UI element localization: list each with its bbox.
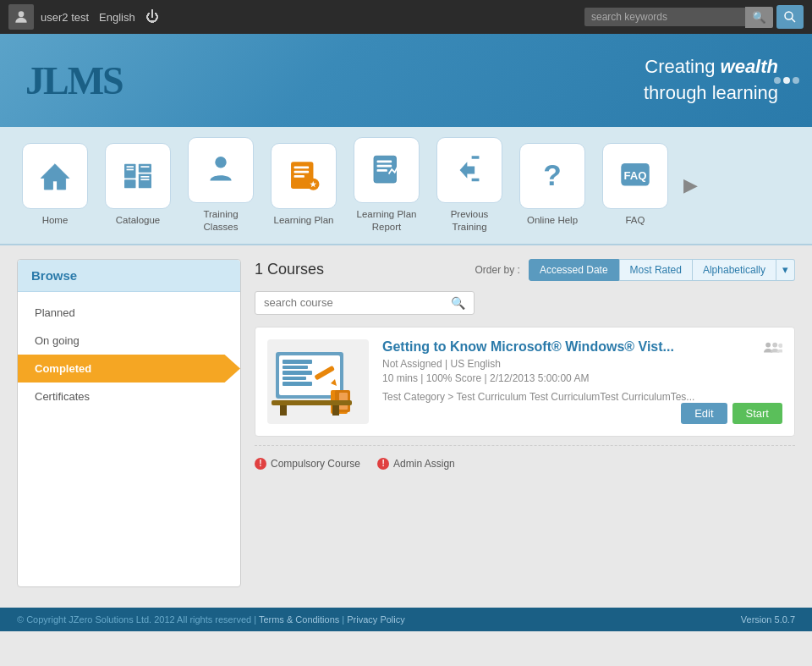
home-label: Home — [42, 214, 69, 227]
sidebar-title: Browse — [18, 260, 240, 292]
compulsory-dot: ! — [255, 458, 266, 470]
avatar — [8, 4, 34, 30]
home-icon — [37, 158, 73, 194]
copyright-text: © Copyright JZero Solutions Ltd. 2012 Al… — [17, 614, 251, 625]
sidebar-item-completed[interactable]: Completed — [18, 355, 240, 383]
previous-training-label: PreviousTraining — [451, 208, 489, 234]
legend-admin-assign[interactable]: ! Admin Assign — [377, 458, 455, 470]
power-icon[interactable]: ⏻ — [145, 9, 159, 25]
search-bar: 🔍 — [255, 291, 475, 315]
tagline-italic: wealth — [721, 56, 778, 77]
course-meta-details: 10 mins | 100% Score | 2/12/2013 5:00:00… — [382, 372, 782, 384]
sidebar-item-learning-plan[interactable]: ★ Learning Plan — [266, 143, 342, 227]
learning-plan-label: Learning Plan — [274, 214, 334, 227]
privacy-link[interactable]: Privacy Policy — [347, 614, 404, 625]
terms-link[interactable]: Terms & Conditions — [259, 614, 339, 625]
sidebar-item-learning-plan-report[interactable]: Learning PlanReport — [348, 137, 425, 234]
edit-button[interactable]: Edit — [681, 403, 727, 424]
legend-divider — [255, 445, 795, 446]
svg-rect-20 — [374, 156, 396, 183]
main-panel: 1 Courses Order by : Accessed Date Most … — [255, 259, 795, 587]
catalogue-label: Catalogue — [116, 214, 160, 227]
catalogue-icon — [120, 158, 156, 194]
topbar: user2 test English ⏻ 🔍 — [0, 0, 812, 34]
sidebar-item-catalogue[interactable]: Catalogue — [100, 143, 176, 227]
svg-rect-30 — [283, 366, 308, 369]
svg-rect-41 — [332, 405, 339, 416]
header-dots — [774, 77, 799, 84]
svg-rect-5 — [124, 180, 135, 189]
sidebar-item-faq[interactable]: FAQ FAQ — [597, 143, 673, 227]
course-card: Getting to Know Microsoft® Windows® Vist… — [255, 327, 795, 437]
compulsory-label: Compulsory Course — [271, 458, 360, 470]
previous-icon — [451, 151, 488, 189]
sidebar-item-certificates[interactable]: Certificates — [18, 383, 240, 410]
training-icon-box[interactable] — [188, 137, 254, 203]
search-input[interactable] — [584, 8, 745, 26]
faq-label: FAQ — [625, 214, 645, 227]
footer-copyright: © Copyright JZero Solutions Ltd. 2012 Al… — [17, 614, 405, 625]
previous-icon-box[interactable] — [436, 137, 502, 203]
help-icon: ? — [534, 157, 571, 195]
catalogue-icon-box[interactable] — [105, 143, 171, 209]
topbar-search: 🔍 — [584, 7, 773, 28]
admin-assign-dot: ! — [377, 458, 389, 470]
svg-point-13 — [215, 157, 226, 168]
content-area: Browse Planned On going Completed Certif… — [0, 245, 812, 601]
order-btn-most-rated[interactable]: Most Rated — [619, 259, 693, 281]
svg-rect-23 — [377, 169, 387, 172]
course-title: Getting to Know Microsoft® Windows® Vist… — [382, 339, 782, 355]
faq-icon: FAQ — [617, 157, 654, 195]
order-btn-accessed-date[interactable]: Accessed Date — [529, 259, 619, 281]
search-icon-btn[interactable] — [776, 5, 804, 29]
svg-rect-6 — [139, 164, 151, 173]
svg-rect-29 — [283, 360, 312, 364]
course-thumbnail — [267, 339, 369, 424]
sidebar-item-home[interactable]: Home — [17, 143, 93, 227]
svg-line-2 — [791, 19, 795, 23]
order-btn-alphabetically[interactable]: Alphabetically — [693, 259, 776, 281]
svg-rect-17 — [294, 176, 304, 179]
svg-point-42 — [765, 343, 771, 348]
topbar-username: user2 test — [41, 11, 89, 24]
help-icon-box[interactable]: ? — [519, 143, 585, 209]
courses-count: 1 Courses — [255, 261, 467, 278]
online-help-label: Online Help — [527, 214, 578, 227]
svg-rect-33 — [283, 382, 312, 386]
sidebar-item-online-help[interactable]: ? Online Help — [514, 143, 590, 227]
logo: JLMS — [25, 58, 123, 103]
svg-rect-40 — [280, 405, 287, 416]
search-course-input[interactable] — [264, 296, 451, 309]
report-icon-box[interactable] — [354, 137, 420, 203]
sidebar-item-ongoing[interactable]: On going — [18, 327, 240, 355]
learning-plan-icon-box[interactable]: ★ — [271, 143, 337, 209]
search-button[interactable]: 🔍 — [745, 7, 773, 28]
svg-rect-9 — [127, 169, 134, 171]
sidebar-item-previous-training[interactable]: PreviousTraining — [431, 137, 508, 234]
course-action-buttons: Edit Start — [681, 403, 782, 424]
svg-rect-15 — [294, 167, 310, 169]
faq-icon-box[interactable]: FAQ — [602, 143, 668, 209]
legend-compulsory[interactable]: ! Compulsory Course — [255, 458, 360, 470]
order-dropdown-chevron[interactable]: ▾ — [776, 259, 795, 281]
start-button[interactable]: Start — [732, 403, 782, 424]
sidebar-item-training-classes[interactable]: TrainingClasses — [183, 137, 259, 234]
sidebar-menu: Planned On going Completed Certificates — [18, 292, 240, 417]
home-icon-box[interactable] — [22, 143, 88, 209]
svg-point-44 — [778, 344, 782, 348]
header: JLMS Creating wealth through learning — [0, 34, 812, 127]
svg-point-0 — [19, 11, 25, 17]
course-people-icon — [764, 339, 782, 361]
nav-next-button[interactable]: ▶ — [683, 174, 698, 196]
svg-rect-39 — [272, 400, 352, 405]
svg-rect-22 — [377, 165, 392, 168]
svg-text:FAQ: FAQ — [623, 170, 646, 183]
dot-3 — [793, 77, 799, 84]
svg-rect-31 — [283, 371, 312, 375]
sidebar-item-planned[interactable]: Planned — [18, 299, 240, 327]
course-path: Test Category > Test Curriculum Test Cur… — [382, 391, 782, 403]
svg-rect-16 — [294, 171, 310, 173]
training-icon — [203, 152, 239, 188]
course-thumb-svg — [267, 339, 369, 424]
course-meta-assigned: Not Assigned | US English — [382, 358, 782, 370]
